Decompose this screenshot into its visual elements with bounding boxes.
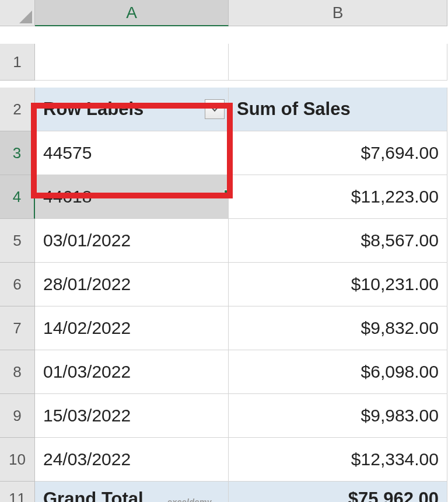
cell-value: $11,223.00 [351,187,439,207]
row-header-6[interactable]: 6 [0,263,35,306]
grand-total-label: Grand Total [43,489,144,503]
chevron-down-icon [211,106,219,112]
cell-A8[interactable]: 01/03/2022 [35,350,229,394]
cell-value: 44575 [43,143,92,163]
cell-value: 01/03/2022 [43,362,131,382]
row-header-9[interactable]: 9 [0,394,35,438]
cell-value: $9,983.00 [361,406,439,426]
grand-total-value: $75,962.00 [348,489,439,503]
row-header-7[interactable]: 7 [0,306,35,350]
row-header-10[interactable]: 10 [0,438,35,482]
cell-B10[interactable]: $12,334.00 [229,438,447,482]
watermark-text: exceldemy [167,497,212,502]
cell-value: 15/03/2022 [43,406,131,426]
cell-B4[interactable]: $11,223.00 [229,175,447,219]
row-header-4[interactable]: 4 [0,175,35,219]
cell-A1[interactable] [35,44,229,81]
spreadsheet-grid[interactable]: A B 1 2 Row Labels Sum of Sales 3 44575 … [0,0,448,502]
cell-A9[interactable]: 15/03/2022 [35,394,229,438]
cell-A5[interactable]: 03/01/2022 [35,219,229,263]
cell-B9[interactable]: $9,983.00 [229,394,447,438]
row-header-1[interactable]: 1 [0,44,35,81]
cell-B8[interactable]: $6,098.00 [229,350,447,394]
cell-value: $10,231.00 [351,274,439,294]
cell-value: $12,334.00 [351,449,439,469]
cell-B6[interactable]: $10,231.00 [229,263,447,306]
cell-A10[interactable]: 24/03/2022 [35,438,229,482]
filter-dropdown-button[interactable] [205,99,225,119]
cell-value: 28/01/2022 [43,274,131,294]
cell-A7[interactable]: 14/02/2022 [35,306,229,350]
cell-B1[interactable] [229,44,447,81]
cell-B7[interactable]: $9,832.00 [229,306,447,350]
row-header-8[interactable]: 8 [0,350,35,394]
cell-B3[interactable]: $7,694.00 [229,131,447,175]
row-header-11[interactable]: 11 [0,482,35,502]
cell-A2-row-labels-header[interactable]: Row Labels [35,88,229,131]
row-header-2[interactable]: 2 [0,88,35,131]
cell-B11-grand-total-value[interactable]: $75,962.00 [229,482,447,502]
cell-A11-grand-total[interactable]: Grand Total exceldemy [35,482,229,502]
cell-value: 03/01/2022 [43,231,131,250]
column-header-B[interactable]: B [229,0,447,26]
cell-value: 24/03/2022 [43,449,131,469]
cell-value: $7,694.00 [361,143,439,163]
cell-value: 44618 [43,187,92,207]
row-header-3[interactable]: 3 [0,131,35,175]
cell-value: $6,098.00 [361,362,439,382]
cell-value: $9,832.00 [361,318,439,338]
cell-B2-sum-header[interactable]: Sum of Sales [229,88,447,131]
cell-value: 14/02/2022 [43,318,131,338]
cell-A3[interactable]: 44575 [35,131,229,175]
cell-A4[interactable]: 44618 [35,175,229,219]
cell-B5[interactable]: $8,567.00 [229,219,447,263]
column-header-A[interactable]: A [35,0,229,26]
select-all-corner[interactable] [0,0,35,26]
cell-value: $8,567.00 [361,231,439,250]
sum-of-sales-text: Sum of Sales [237,99,351,120]
row-labels-text: Row Labels [43,99,144,120]
row-header-5[interactable]: 5 [0,219,35,263]
cell-A6[interactable]: 28/01/2022 [35,263,229,306]
